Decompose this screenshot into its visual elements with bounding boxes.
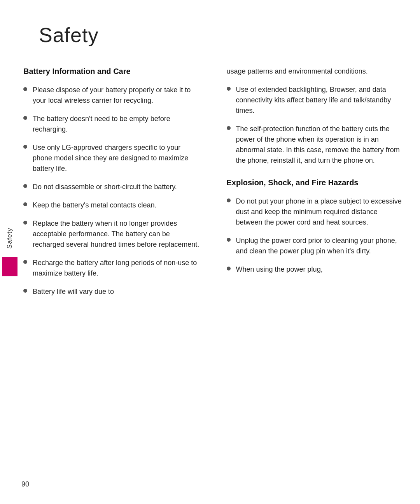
sidebar-label: Safety xyxy=(6,228,14,249)
bullet-dot xyxy=(23,260,27,264)
bullet-dot xyxy=(227,267,231,270)
list-item: Replace the battery when it no longer pr… xyxy=(23,218,201,250)
page-container: Safety Safety Battery Information and Ca… xyxy=(0,0,420,504)
sidebar-accent-bar xyxy=(2,257,18,276)
bullet-text: Use only LG-approved chargers specific t… xyxy=(33,142,201,174)
list-item: Use only LG-approved chargers specific t… xyxy=(23,142,201,174)
explosion-section-title: Explosion, Shock, and Fire Hazards xyxy=(227,177,405,188)
page-title: Safety xyxy=(39,23,420,47)
list-item: Recharge the battery after long periods … xyxy=(23,258,201,279)
bullet-text: Unplug the power cord prior to cleaning … xyxy=(236,235,405,256)
list-item: The battery doesn't need to be empty bef… xyxy=(23,114,201,135)
list-item: Use of extended backlighting, Browser, a… xyxy=(227,84,405,116)
bullet-dot xyxy=(23,116,27,120)
list-item: Please dispose of your battery properly … xyxy=(23,85,201,106)
bullet-text: Do not disassemble or short-circuit the … xyxy=(33,182,201,192)
bullet-text: Use of extended backlighting, Browser, a… xyxy=(236,84,405,116)
bullet-dot xyxy=(23,145,27,149)
bullet-text: Keep the battery's metal contacts clean. xyxy=(33,200,201,211)
page-number: 90 xyxy=(21,477,37,488)
bullet-text: Recharge the battery after long periods … xyxy=(33,258,201,279)
list-item: Do not disassemble or short-circuit the … xyxy=(23,182,201,192)
battery-section-title: Battery Information and Care xyxy=(23,66,201,76)
list-item: Unplug the power cord prior to cleaning … xyxy=(227,235,405,256)
bullet-dot xyxy=(227,87,231,91)
bullet-dot xyxy=(23,289,27,293)
right-column: usage patterns and environmental conditi… xyxy=(221,66,405,305)
bullet-text: The self-protection function of the batt… xyxy=(236,124,405,166)
list-item: When using the power plug, xyxy=(227,264,405,275)
bullet-text: Do not put your phone in a place subject… xyxy=(236,196,405,228)
right-intro-text: usage patterns and environmental conditi… xyxy=(227,66,405,77)
right-bullet-list-1: Use of extended backlighting, Browser, a… xyxy=(227,84,405,166)
section-divider: Explosion, Shock, and Fire Hazards xyxy=(227,177,405,188)
two-columns-layout: Battery Information and Care Please disp… xyxy=(23,66,404,305)
bullet-text: Replace the battery when it no longer pr… xyxy=(33,218,201,250)
bullet-dot xyxy=(227,126,231,130)
sidebar-wrapper: Safety xyxy=(0,0,19,504)
list-item: Keep the battery's metal contacts clean. xyxy=(23,200,201,211)
bullet-dot xyxy=(23,87,27,91)
bullet-text: The battery doesn't need to be empty bef… xyxy=(33,114,201,135)
list-item: The self-protection function of the batt… xyxy=(227,124,405,166)
bullet-text: Battery life will vary due to xyxy=(33,286,201,297)
list-item: Battery life will vary due to xyxy=(23,286,201,297)
bullet-text: When using the power plug, xyxy=(236,264,405,275)
left-column: Battery Information and Care Please disp… xyxy=(23,66,209,305)
right-bullet-list-2: Do not put your phone in a place subject… xyxy=(227,196,405,275)
bullet-dot xyxy=(23,184,27,188)
list-item: Do not put your phone in a place subject… xyxy=(227,196,405,228)
bullet-dot xyxy=(227,198,231,202)
bullet-dot xyxy=(23,221,27,225)
bullet-dot xyxy=(227,238,231,242)
bullet-text: Please dispose of your battery properly … xyxy=(33,85,201,106)
bullet-dot xyxy=(23,202,27,206)
left-bullet-list: Please dispose of your battery properly … xyxy=(23,85,201,297)
